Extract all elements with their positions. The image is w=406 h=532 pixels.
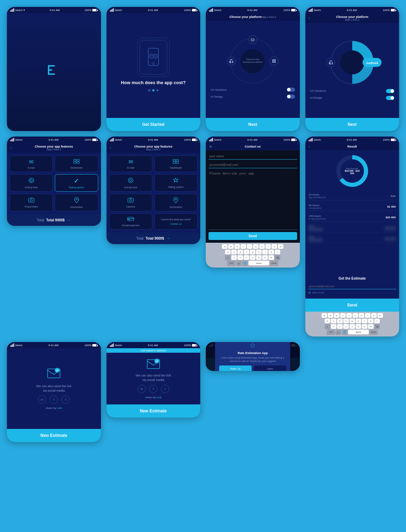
- windows-icon[interactable]: [270, 57, 278, 66]
- feature-geo-6[interactable]: Geolocation: [154, 194, 197, 211]
- later-button[interactable]: Later: [254, 365, 286, 371]
- key-h[interactable]: h: [256, 250, 262, 254]
- key-z[interactable]: z: [231, 255, 237, 260]
- key-a[interactable]: a: [225, 250, 231, 254]
- key-n[interactable]: n: [262, 255, 268, 260]
- facebook-icon[interactable]: f: [50, 395, 58, 404]
- key-p[interactable]: p: [278, 244, 283, 249]
- share-link[interactable]: Link: [57, 406, 62, 410]
- feature-dash-6[interactable]: Dashboard: [154, 155, 197, 172]
- key-s[interactable]: s: [231, 250, 237, 254]
- contact-link[interactable]: Contact us: [170, 223, 182, 225]
- feature-photo[interactable]: Photo/Video: [10, 194, 53, 211]
- ux-toggle[interactable]: [287, 88, 295, 92]
- ui-toggle[interactable]: [287, 94, 295, 99]
- dot-2: [152, 89, 154, 91]
- key-u[interactable]: u: [259, 244, 265, 249]
- key-e[interactable]: e: [234, 244, 240, 249]
- send-button-result[interactable]: Send: [305, 299, 399, 312]
- feature-email-6[interactable]: ✉ E-mail: [109, 155, 152, 172]
- send-button[interactable]: Send: [209, 232, 297, 240]
- key-globe[interactable]: 🌐: [242, 261, 248, 265]
- ui-toggle-4[interactable]: [386, 96, 394, 100]
- keyboard-result: qwertyuiop asdfghjkl ⇧zxcvbnm⌫ 123🎤🌐spac…: [305, 312, 399, 337]
- facebook-icon-10[interactable]: f: [149, 385, 158, 393]
- key-q-r[interactable]: q: [322, 313, 327, 318]
- svg-rect-9: [272, 59, 274, 61]
- close-button[interactable]: ✕: [209, 145, 212, 149]
- key-backspace[interactable]: ⌫: [275, 255, 280, 260]
- share-link-10[interactable]: Link: [156, 396, 162, 399]
- key-shift[interactable]: ⇧: [225, 255, 231, 260]
- feature-payment-6[interactable]: Accept payment: [109, 213, 152, 230]
- key-j[interactable]: j: [262, 250, 268, 254]
- key-r[interactable]: r: [241, 244, 246, 249]
- key-b[interactable]: b: [256, 255, 262, 260]
- feature-contact-link[interactable]: Cannot find what you need? Contact us: [154, 213, 197, 230]
- email-input[interactable]: [209, 162, 297, 168]
- name-input[interactable]: [209, 153, 297, 160]
- rate-us-button[interactable]: Rate Us: [219, 365, 252, 371]
- new-estimate-button-10[interactable]: New Estimate: [106, 404, 201, 418]
- linkedin-icon-10[interactable]: in: [138, 385, 146, 393]
- feature-geo[interactable]: Geolocation: [55, 194, 98, 211]
- feature-activity[interactable]: Activity feed: [10, 174, 53, 192]
- key-space[interactable]: space: [248, 261, 269, 265]
- key-t[interactable]: t: [247, 244, 252, 249]
- screen-platform-selected: Sketch 9:41 AM 100% ‹ Choose your platfo…: [305, 7, 399, 131]
- logo-area: [7, 13, 101, 131]
- next-button-4[interactable]: Next: [305, 118, 399, 131]
- key-c[interactable]: c: [244, 255, 249, 260]
- android-selected-label: Android: [363, 58, 382, 67]
- twitter-icon[interactable]: t: [61, 395, 70, 404]
- next-button-3[interactable]: Next: [206, 118, 300, 131]
- key-w[interactable]: w: [228, 244, 234, 249]
- ux-toggle-4[interactable]: [386, 89, 394, 93]
- twitter-icon-10[interactable]: t: [161, 385, 169, 393]
- ios-icon-4[interactable]: [326, 58, 335, 67]
- ios-icon[interactable]: [227, 57, 236, 66]
- key-f[interactable]: f: [244, 250, 249, 254]
- key-o[interactable]: o: [272, 244, 277, 249]
- back-arrow-5[interactable]: ‹: [10, 146, 11, 150]
- key-k[interactable]: k: [268, 250, 274, 254]
- key-q[interactable]: q: [222, 244, 227, 249]
- desc-textarea[interactable]: [209, 170, 297, 230]
- svg-point-18: [29, 178, 34, 183]
- key-123[interactable]: 123: [227, 261, 235, 265]
- feature-email[interactable]: ✉ E-mail: [10, 155, 53, 172]
- result-row-3: 150 hours In-app purchase $20 000: [309, 213, 396, 222]
- feature-activity-6[interactable]: Activity feed: [109, 174, 152, 192]
- key-l[interactable]: l: [275, 250, 280, 254]
- key-i[interactable]: i: [265, 244, 271, 249]
- photo-feature-icon: [28, 197, 34, 204]
- get-started-button[interactable]: Get Started: [106, 118, 201, 131]
- linkedin-icon[interactable]: in: [38, 395, 46, 404]
- android-icon[interactable]: [248, 35, 257, 44]
- estimate-email-input[interactable]: [308, 284, 397, 289]
- share-envelope-icon: [47, 368, 61, 381]
- features-grid-5: ✉ E-mail Dashboard Activity feed ✓: [7, 153, 101, 214]
- feature-camera-6[interactable]: Camera: [109, 194, 152, 211]
- platform-header-4: ‹ Choose your platform Step 1 from 2: [305, 13, 399, 23]
- key-v[interactable]: v: [250, 255, 255, 260]
- svg-rect-3: [48, 65, 49, 75]
- key-m[interactable]: m: [268, 255, 274, 260]
- back-arrow-4[interactable]: ‹: [309, 16, 310, 20]
- back-arrow-6[interactable]: ‹: [110, 146, 111, 150]
- key-x[interactable]: x: [237, 255, 243, 260]
- feature-rating-selected[interactable]: ✓ Rating system: [55, 174, 98, 192]
- platform-circle: Drag and drop development platform: [230, 39, 275, 83]
- key-mic[interactable]: 🎤: [236, 261, 242, 265]
- key-g[interactable]: g: [250, 250, 255, 254]
- feature-dashboard[interactable]: Dashboard: [55, 155, 98, 172]
- back-arrow-result[interactable]: ‹: [309, 145, 310, 149]
- feature-rating-6[interactable]: Rating system: [154, 174, 197, 192]
- add-email-icon: ⊕: [308, 291, 311, 294]
- key-d[interactable]: d: [237, 250, 243, 254]
- screen-features-extended: Sketch 9:41 AM 100% ‹ Choose your app fe…: [106, 137, 201, 244]
- new-estimate-button-9[interactable]: New Estimate: [7, 429, 101, 442]
- key-y[interactable]: y: [253, 244, 258, 249]
- key-done[interactable]: Done: [270, 261, 278, 265]
- platform-content: Drag and drop development platform: [206, 21, 300, 118]
